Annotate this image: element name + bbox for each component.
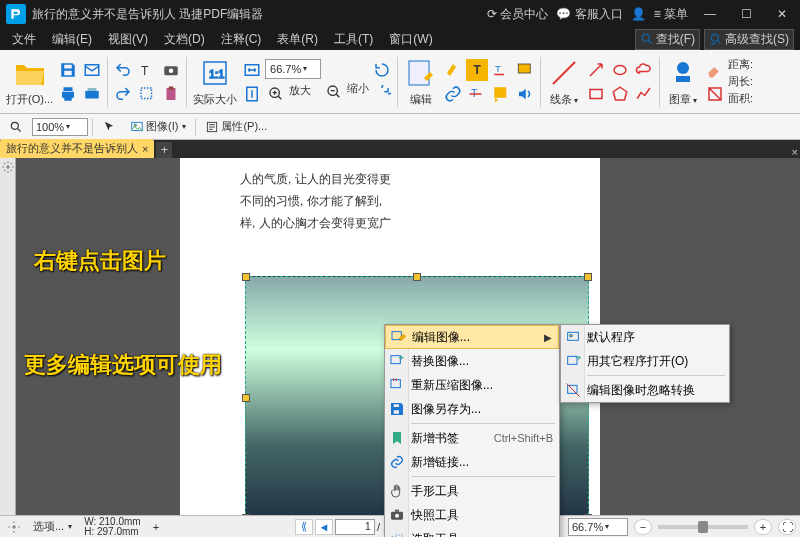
distance-label: 距离: [728,57,753,72]
document-viewport[interactable]: 人的气质, 让人的目光变得更 不同的习惯, 你才能了解到, 样, 人的心胸才会变… [0,158,800,519]
zoom-out-icon[interactable] [323,81,345,103]
menu-window[interactable]: 窗口(W) [383,29,438,50]
menu-comment[interactable]: 注释(C) [215,29,268,50]
adv-search-button[interactable]: 高级查找(S) [704,29,794,50]
support-link[interactable]: 💬 客服入口 [556,6,622,23]
status-zoom-in-icon[interactable]: + [754,519,772,535]
page-number-input[interactable]: 1 [335,519,375,535]
polygon-icon[interactable] [609,83,631,105]
undo-icon[interactable] [112,59,134,81]
zoom-tool-icon[interactable] [4,118,28,136]
line-tool-icon[interactable] [547,56,581,90]
search-button[interactable]: 查找(F) [635,29,700,50]
edit-text-icon[interactable] [404,56,438,90]
ctx-save-image-as[interactable]: 图像另存为... [385,397,559,421]
svg-point-38 [395,514,399,518]
underline-icon[interactable]: T [490,59,512,81]
ctx-select-tool[interactable]: I 选取工具 [385,527,559,537]
tab-active[interactable]: 旅行的意义并不是告诉别人 × [0,139,154,158]
image-tool-button[interactable]: 图像(I)▾ [125,117,191,136]
resize-handle-tr[interactable] [584,273,592,281]
select-icon[interactable] [136,83,158,105]
avatar-icon[interactable]: 👤 [631,7,646,21]
properties-button[interactable]: 属性(P)... [200,117,272,136]
fit-height-icon[interactable] [241,83,263,105]
cloud-icon[interactable] [633,59,655,81]
arrow-icon[interactable] [585,59,607,81]
status-zoom-out-icon[interactable]: − [634,519,652,535]
pointer-icon[interactable] [97,118,121,136]
email-icon[interactable] [81,59,103,81]
polyline-icon[interactable] [633,83,655,105]
submenu-arrow-icon: ▶ [544,332,552,343]
menu-view[interactable]: 视图(V) [102,29,154,50]
print-icon[interactable] [57,83,79,105]
ctx-recompress-image[interactable]: 重新压缩图像... [385,373,559,397]
svg-rect-3 [85,91,99,99]
zoom-combo[interactable]: 66.7%▾ [265,59,321,79]
resize-handle-tl[interactable] [242,273,250,281]
comment-icon[interactable] [514,59,536,81]
highlight-icon[interactable] [442,59,464,81]
menu-file[interactable]: 文件 [6,29,42,50]
minimize-button[interactable]: — [696,3,724,25]
sound-icon[interactable] [514,83,536,105]
menu-form[interactable]: 表单(R) [271,29,324,50]
zoom-slider[interactable] [658,525,748,529]
status-fit-icon[interactable]: ⛶ [778,519,796,535]
resize-handle-lc[interactable] [242,394,250,402]
eraser-icon[interactable] [704,59,726,81]
save-icon[interactable] [57,59,79,81]
strikethrough-icon[interactable]: T [466,83,488,105]
nav-first-icon[interactable]: ⟪ [295,519,313,535]
menu-document[interactable]: 文档(D) [158,29,211,50]
status-options-button[interactable]: 选项...▾ [30,518,75,535]
maximize-button[interactable]: ☐ [732,3,760,25]
ctx-snapshot-tool[interactable]: 快照工具 [385,503,559,527]
panel-gear-icon[interactable] [1,160,15,174]
ctx-hand-tool[interactable]: 手形工具 [385,479,559,503]
close-button[interactable]: ✕ [768,3,796,25]
redo-icon[interactable] [112,83,134,105]
sub-open-with-other[interactable]: 用其它程序打开(O) [561,349,729,373]
zoom-slider-thumb[interactable] [698,521,708,533]
text-tool-icon[interactable]: T [136,59,158,81]
tab-close-icon[interactable]: × [142,143,148,155]
rect-icon[interactable] [585,83,607,105]
rotate-left-icon[interactable] [371,59,393,81]
recompress-icon [389,377,405,393]
rotate-right-icon[interactable] [371,83,393,105]
stamp-icon[interactable] [666,56,700,90]
ctx-edit-image[interactable]: 编辑图像... ▶ [385,325,559,349]
oval-icon[interactable] [609,59,631,81]
zoom-in-icon[interactable] [265,83,287,105]
tab-new-button[interactable]: + [156,142,172,158]
clipboard-icon[interactable] [160,83,182,105]
tb-zoom-combo[interactable]: 100%▾ [32,118,88,136]
status-gear-icon[interactable] [4,519,24,535]
ctx-replace-image[interactable]: 替换图像... [385,349,559,373]
sub-ignore-transform[interactable]: 编辑图像时忽略转换 [561,378,729,402]
size-plus-icon[interactable]: + [150,520,162,534]
nav-prev-icon[interactable]: ◄ [315,519,333,535]
ctx-add-link[interactable]: 新增链接... [385,450,559,474]
ctx-add-bookmark[interactable]: 新增书签 Ctrl+Shift+B [385,426,559,450]
camera-icon[interactable] [160,59,182,81]
scan-icon[interactable] [81,83,103,105]
menu-edit[interactable]: 编辑(E) [46,29,98,50]
fit-page-icon[interactable]: 1:1 [198,56,232,90]
main-menu-button[interactable]: ≡ 菜单 [654,6,688,23]
text-box-icon[interactable]: T [466,59,488,81]
link-icon[interactable] [442,83,464,105]
status-zoom-combo[interactable]: 66.7%▾ [568,518,628,536]
menu-tools[interactable]: 工具(T) [328,29,379,50]
member-center-link[interactable]: ⟳ 会员中心 [487,6,548,23]
open-file-icon[interactable] [13,56,47,90]
context-menu: 编辑图像... ▶ 替换图像... 重新压缩图像... 图像另存为... 新增书… [384,324,560,537]
sub-default-program[interactable]: 默认程序 [561,325,729,349]
fit-width-icon[interactable] [241,59,263,81]
tab-close-all-icon[interactable]: × [792,146,798,158]
shape2-icon[interactable] [704,83,726,105]
resize-handle-tc[interactable] [413,273,421,281]
note-icon[interactable] [490,83,512,105]
